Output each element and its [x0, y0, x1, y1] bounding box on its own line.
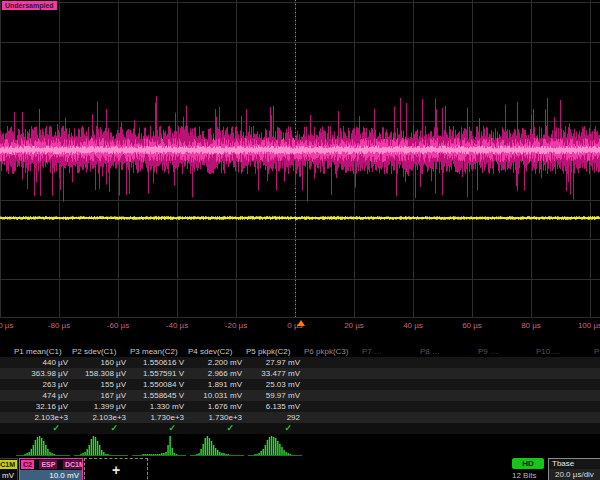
measure-value-cell: 1.557591 V [130, 368, 188, 379]
measure-header-cell[interactable]: P8 … [420, 346, 478, 357]
measure-table: P1 mean(C1)P2 sdev(C1)P3 mean(C2)P4 sdev… [0, 346, 600, 434]
measure-value-cell: 1.558645 V [130, 390, 188, 401]
measure-header-cell[interactable]: P5 pkpk(C2) [246, 346, 304, 357]
timebase-tick-label: -20 µs [225, 321, 247, 330]
hd-badge: HD [512, 458, 544, 469]
add-trace-box[interactable]: + [84, 458, 148, 480]
oscilloscope-screen: Undersampled -100 µs-80 µs-60 µs-40 µs-2… [0, 0, 600, 480]
measure-value-cell: 2.103e+3 [14, 412, 72, 423]
measure-value-cell: 474 µV [14, 390, 72, 401]
timebase-tick-label: 80 µs [521, 321, 541, 330]
hd-bits-label: 12 Bits [512, 471, 548, 480]
timebase-tick-label: -80 µs [48, 321, 70, 330]
measure-value-cell: 2.966 mV [188, 368, 246, 379]
measure-value-cell: 1.730e+3 [188, 412, 246, 423]
histicon-P1[interactable] [14, 434, 72, 458]
measure-value-cell: 33.477 mV [246, 368, 304, 379]
waveform-display[interactable] [0, 0, 600, 318]
c2-coupling-badge: DC1M [63, 460, 82, 469]
measure-header-cell[interactable]: P10 … [536, 346, 594, 357]
undersampled-indicator: Undersampled [2, 1, 57, 10]
c2-scale-value: 10.0 mV [20, 470, 82, 480]
status-check-icon: ✓ [188, 423, 246, 434]
plus-icon: + [112, 462, 120, 478]
measure-header-cell[interactable]: P3 mean(C2) [130, 346, 188, 357]
timebase-tick-label: -60 µs [107, 321, 129, 330]
measure-header-cell[interactable]: P6 pkpk(C3) [304, 346, 362, 357]
status-check-icon: ✓ [130, 423, 188, 434]
c2-label-chip: C2 [21, 460, 34, 469]
status-check-icon: ✓ [72, 423, 130, 434]
trigger-time-marker-icon[interactable] [297, 320, 305, 326]
timebase-tick-label: 100 µs [578, 321, 600, 330]
measure-value-cell: 1.676 mV [188, 401, 246, 412]
measure-value-cell: 25.03 mV [246, 379, 304, 390]
measure-value-cell: 158.308 µV [72, 368, 130, 379]
timebase-tick-label: 60 µs [462, 321, 482, 330]
measure-header-cell[interactable]: P7 … [362, 346, 420, 357]
c2-esp-badge: ESP [39, 460, 57, 469]
histicon-P2[interactable] [72, 434, 130, 458]
measure-value-cell: 155 µV [72, 379, 130, 390]
tbase-label: Tbase [549, 459, 600, 469]
timebase-descriptor[interactable]: Tbase 20.0 µs/div [548, 458, 600, 480]
measure-value-cell: 1.891 mV [188, 379, 246, 390]
measure-header-cell[interactable]: P2 sdev(C1) [72, 346, 130, 357]
timebase-tick-label: -40 µs [166, 321, 188, 330]
status-check-icon: ✓ [14, 423, 72, 434]
measure-value-cell: 263 µV [14, 379, 72, 390]
histicons-row [0, 434, 600, 458]
measure-value-cell: 2.103e+3 [72, 412, 130, 423]
measure-value-cell: 1.730e+3 [130, 412, 188, 423]
measure-value-cell: 160 µV [72, 357, 130, 368]
channel1-descriptor[interactable]: DC1M 10.0 mV [0, 458, 18, 480]
measure-value-cell: 1.399 µV [72, 401, 130, 412]
status-check-icon: ✓ [246, 423, 304, 434]
timebase-tick-label: -100 µs [0, 321, 13, 330]
measure-value-cell: 292 [246, 412, 304, 423]
measure-value-cell: 1.330 mV [130, 401, 188, 412]
c1-coupling-chip: DC1M [0, 460, 17, 469]
measure-value-cell: 1.550084 V [130, 379, 188, 390]
measure-value-cell: 167 µV [72, 390, 130, 401]
measure-value-cell: 59.97 mV [246, 390, 304, 401]
channel2-descriptor[interactable]: C2 ESP DC1M 10.0 mV [19, 458, 83, 480]
timebase-tick-label: 40 µs [403, 321, 423, 330]
measure-value-cell: 440 µV [14, 357, 72, 368]
measure-value-cell: 10.031 mV [188, 390, 246, 401]
measure-value-cell: 27.97 mV [246, 357, 304, 368]
measure-header-cell[interactable]: P1 mean(C1) [14, 346, 72, 357]
measure-value-cell: 1.550616 V [130, 357, 188, 368]
measure-header-cell[interactable]: P9 … [478, 346, 536, 357]
measure-value-cell: 6.135 mV [246, 401, 304, 412]
bottom-bar: DC1M 10.0 mV C2 ESP DC1M 10.0 mV + HD 12… [0, 458, 600, 480]
c1-scale-value: 10.0 mV [0, 470, 17, 480]
measure-header-cell[interactable]: P11 [594, 346, 600, 357]
timebase-tick-label: 20 µs [344, 321, 364, 330]
tbase-value: 20.0 µs/div [549, 469, 600, 480]
measure-header-cell[interactable]: P4 sdev(C2) [188, 346, 246, 357]
histicon-P4[interactable] [188, 434, 246, 458]
measure-value-cell: 2.200 mV [188, 357, 246, 368]
measure-value-cell: 363.98 µV [14, 368, 72, 379]
measure-value-cell: 32.16 µV [14, 401, 72, 412]
histicon-P5[interactable] [246, 434, 304, 458]
histicon-P3[interactable] [130, 434, 188, 458]
